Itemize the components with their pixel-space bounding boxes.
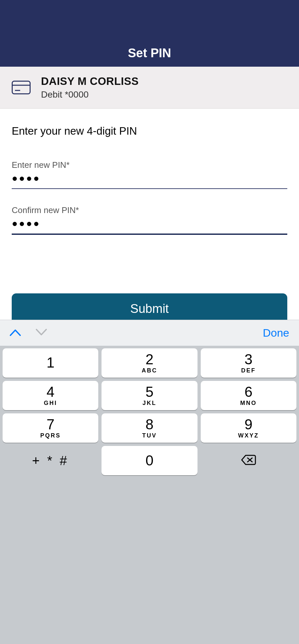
keyboard-accessory-bar: Done [0, 320, 299, 346]
confirm-pin-label: Confirm new PIN* [12, 205, 287, 215]
key-3[interactable]: 3DEF [201, 348, 296, 378]
key-0[interactable]: 0 [102, 446, 197, 475]
page-title: Set PIN [128, 46, 171, 60]
form-body: Enter your new 4-digit PIN Enter new PIN… [0, 109, 299, 354]
enter-pin-input[interactable] [12, 171, 287, 189]
key-9[interactable]: 9WXYZ [201, 413, 296, 443]
key-8[interactable]: 8TUV [102, 413, 197, 443]
prev-field-icon[interactable] [10, 329, 21, 337]
cardholder-name: DAISY M CORLISS [41, 75, 139, 87]
numeric-keypad: 1 2ABC 3DEF 4GHI 5JKL 6MNO 7PQRS 8TUV 9W… [0, 346, 299, 478]
confirm-pin-input[interactable] [12, 216, 287, 235]
card-info-strip: DAISY M CORLISS Debit *0000 [0, 67, 299, 109]
key-2[interactable]: 2ABC [102, 348, 197, 378]
enter-pin-label: Enter new PIN* [12, 160, 287, 170]
key-6[interactable]: 6MNO [201, 381, 296, 410]
card-icon [12, 81, 31, 94]
keyboard-background-fill [0, 476, 299, 644]
key-symbols[interactable]: + * # [3, 446, 98, 475]
confirm-pin-field: Confirm new PIN* [12, 205, 287, 235]
key-1[interactable]: 1 [3, 348, 98, 378]
key-7[interactable]: 7PQRS [3, 413, 98, 443]
instruction-text: Enter your new 4-digit PIN [12, 125, 287, 137]
backspace-icon [241, 454, 256, 467]
svg-rect-0 [12, 81, 30, 94]
backspace-key[interactable] [201, 446, 296, 475]
next-field-icon[interactable] [36, 329, 47, 337]
header: Set PIN [0, 0, 299, 67]
key-5[interactable]: 5JKL [102, 381, 197, 410]
card-subtitle: Debit *0000 [41, 89, 139, 100]
keyboard-done-button[interactable]: Done [263, 327, 289, 339]
key-4[interactable]: 4GHI [3, 381, 98, 410]
enter-pin-field: Enter new PIN* [12, 160, 287, 189]
